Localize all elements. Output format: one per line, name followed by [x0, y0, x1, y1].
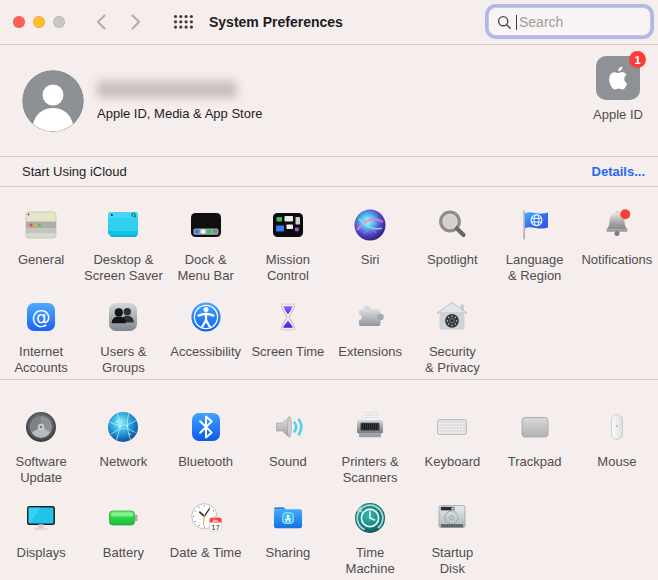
pref-dock-menu-bar[interactable]: Dock & Menu Bar — [165, 187, 247, 294]
screen-time-icon — [268, 297, 308, 337]
close-window-button[interactable] — [13, 16, 25, 28]
keyboard-icon — [432, 407, 472, 447]
back-icon[interactable] — [92, 12, 112, 32]
dock-menu-bar-icon — [186, 205, 226, 245]
pref-battery[interactable]: Battery — [82, 489, 164, 580]
pref-label: Date & Time — [170, 545, 242, 561]
title-bar: System Preferences — [0, 0, 658, 44]
general-icon — [21, 205, 61, 245]
security-privacy-icon — [432, 297, 472, 337]
pref-label: Printers & Scanners — [342, 454, 399, 486]
pref-label: Software Update — [15, 454, 66, 486]
pref-label: Spotlight — [427, 252, 478, 268]
svg-text:@: @ — [32, 306, 51, 328]
internet-accounts-icon: @ — [21, 297, 61, 337]
pref-label: Sound — [269, 454, 307, 470]
notifications-icon — [597, 205, 637, 245]
siri-icon — [350, 205, 390, 245]
pref-users-groups[interactable]: Users & Groups — [82, 294, 164, 379]
pref-label: Dock & Menu Bar — [177, 252, 233, 284]
pref-software-update[interactable]: Software Update — [0, 380, 82, 489]
pref-internet-accounts[interactable]: @ Internet Accounts — [0, 294, 82, 379]
extensions-icon — [350, 297, 390, 337]
pref-label: General — [18, 252, 64, 268]
minimize-window-button[interactable] — [33, 16, 45, 28]
svg-text:17: 17 — [211, 524, 220, 532]
pref-label: Internet Accounts — [14, 344, 67, 376]
software-update-icon — [21, 407, 61, 447]
sound-icon — [268, 407, 308, 447]
pref-spotlight[interactable]: Spotlight — [411, 187, 493, 294]
show-all-grid-icon[interactable] — [173, 14, 194, 30]
mission-control-icon — [268, 205, 308, 245]
pref-date-time[interactable]: JUL 17 Date & Time — [165, 489, 247, 580]
pref-label: Displays — [17, 545, 66, 561]
pref-apple-id[interactable]: 1 Apple ID — [580, 56, 656, 122]
forward-icon[interactable] — [125, 12, 145, 32]
zoom-window-button[interactable] — [53, 16, 65, 28]
pref-time-machine[interactable]: Time Machine — [329, 489, 411, 580]
pref-label: Security & Privacy — [425, 344, 480, 376]
search-input[interactable] — [489, 8, 650, 35]
notification-badge: 1 — [629, 51, 646, 68]
displays-icon — [21, 498, 61, 538]
apple-id-section: Apple ID, Media & App Store 1 Apple ID — [0, 45, 658, 156]
search-field[interactable] — [488, 7, 651, 36]
pref-bluetooth[interactable]: Bluetooth — [165, 380, 247, 489]
pref-screen-time[interactable]: Screen Time — [247, 294, 329, 379]
bluetooth-icon — [186, 407, 226, 447]
pref-general[interactable]: General — [0, 187, 82, 294]
pref-keyboard[interactable]: Keyboard — [411, 380, 493, 489]
mouse-icon — [597, 407, 637, 447]
pref-grid-row-1: General Desktop & Screen Saver — [0, 187, 658, 294]
network-icon — [103, 407, 143, 447]
time-machine-icon — [350, 498, 390, 538]
pref-security-privacy[interactable]: Security & Privacy — [411, 294, 493, 379]
pref-mission-control[interactable]: Mission Control — [247, 187, 329, 294]
language-region-icon — [515, 205, 555, 245]
pref-mouse[interactable]: Mouse — [576, 380, 658, 489]
pref-label: Notifications — [581, 252, 652, 268]
pref-label: Language & Region — [506, 252, 564, 284]
printers-scanners-icon — [350, 407, 390, 447]
pref-network[interactable]: Network — [82, 380, 164, 489]
pref-label: Time Machine — [346, 545, 395, 577]
pref-desktop-screen-saver[interactable]: Desktop & Screen Saver — [82, 187, 164, 294]
pref-label: Mission Control — [266, 252, 310, 284]
search-icon — [497, 15, 512, 34]
pref-label: Users & Groups — [100, 344, 146, 376]
spotlight-icon — [432, 205, 472, 245]
icloud-row: Start Using iCloud Details... — [0, 157, 658, 186]
pref-label: Keyboard — [425, 454, 481, 470]
pref-language-region[interactable]: Language & Region — [494, 187, 576, 294]
apple-id-icon: 1 — [596, 56, 640, 100]
pref-sharing[interactable]: Sharing — [247, 489, 329, 580]
pref-label: Network — [100, 454, 148, 470]
text-caret — [516, 15, 517, 30]
window-controls — [13, 16, 65, 28]
desktop-screen-saver-icon — [103, 205, 143, 245]
pref-notifications[interactable]: Notifications — [576, 187, 658, 294]
pref-grid-row-4: Displays Battery — [0, 489, 658, 580]
pref-label: Mouse — [597, 454, 636, 470]
pref-siri[interactable]: Siri — [329, 187, 411, 294]
details-link[interactable]: Details... — [592, 164, 645, 179]
pref-label: Screen Time — [251, 344, 324, 360]
pref-accessibility[interactable]: Accessibility — [165, 294, 247, 379]
pref-sound[interactable]: Sound — [247, 380, 329, 489]
pref-grid-row-2: @ Internet Accounts Users & Groups — [0, 294, 658, 379]
pref-label: Startup Disk — [431, 545, 473, 577]
startup-disk-icon — [432, 498, 472, 538]
pref-displays[interactable]: Displays — [0, 489, 82, 580]
pref-label: Desktop & Screen Saver — [84, 252, 163, 284]
pref-label: Accessibility — [170, 344, 241, 360]
pref-printers-scanners[interactable]: Printers & Scanners — [329, 380, 411, 489]
sharing-icon — [268, 498, 308, 538]
accessibility-icon — [186, 297, 226, 337]
pref-extensions[interactable]: Extensions — [329, 294, 411, 379]
pref-startup-disk[interactable]: Startup Disk — [411, 489, 493, 580]
users-groups-icon — [103, 297, 143, 337]
pref-label: Extensions — [338, 344, 402, 360]
pref-trackpad[interactable]: Trackpad — [494, 380, 576, 489]
apple-id-label: Apple ID — [593, 107, 643, 122]
